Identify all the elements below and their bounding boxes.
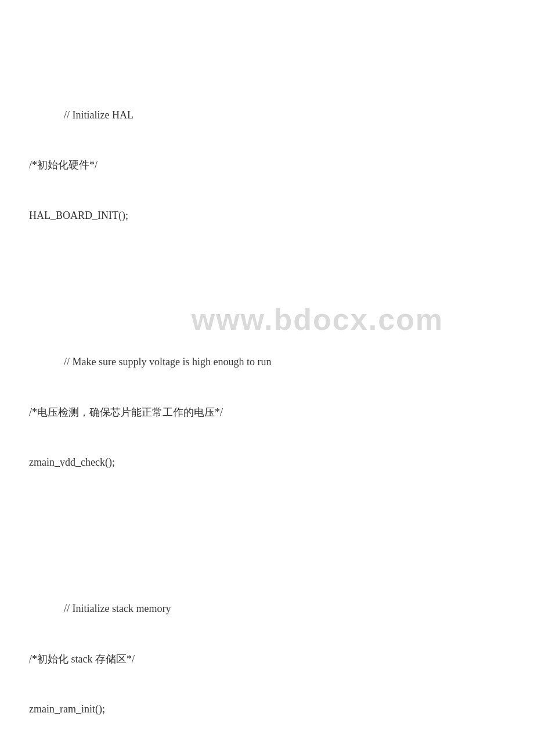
code-content: // Initialize HAL /*初始化硬件*/ HAL_BOARD_IN… xyxy=(29,23,505,756)
code-stack-mem: zmain_ram_init(); xyxy=(29,701,505,718)
chinese-hal-init: /*初始化硬件*/ xyxy=(29,157,505,174)
comment-stack-mem: // Initialize stack memory xyxy=(29,600,505,617)
comment-vdd-check: // Make sure supply voltage is high enou… xyxy=(29,354,505,370)
chinese-stack-mem: /*初始化 stack 存储区*/ xyxy=(29,651,505,668)
section-stack-mem: // Initialize stack memory /*初始化 stack 存… xyxy=(29,567,505,751)
comment-hal-init: // Initialize HAL xyxy=(29,107,505,124)
code-vdd-check: zmain_vdd_check(); xyxy=(29,454,505,471)
section-hal-init: // Initialize HAL /*初始化硬件*/ HAL_BOARD_IN… xyxy=(29,73,505,257)
code-hal-init: HAL_BOARD_INIT(); xyxy=(29,207,505,224)
section-vdd-check: // Make sure supply voltage is high enou… xyxy=(29,321,505,505)
chinese-vdd-check: /*电压检测，确保芯片能正常工作的电压*/ xyxy=(29,404,505,421)
